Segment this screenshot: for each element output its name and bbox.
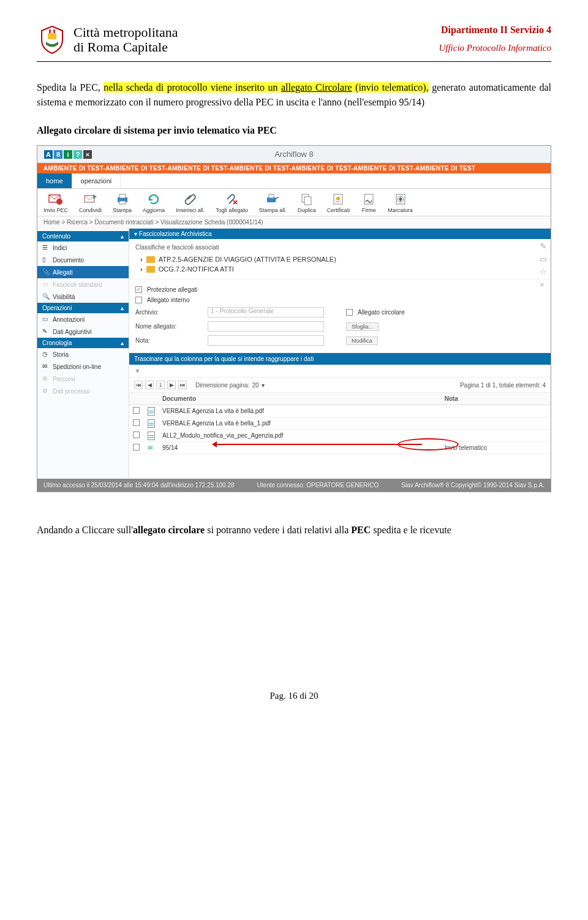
tree-row[interactable]: ›ATP.2.5-AGENZIE DI VIAGGIO (ATTIVITA E … [135, 254, 545, 264]
app-head: A 8 i ? × Archiflow 8 [37, 146, 551, 163]
sidebar-item-storia[interactable]: ◷Storia [37, 348, 129, 360]
row-checkbox[interactable] [133, 407, 140, 414]
svg-rect-0 [48, 33, 56, 39]
gear-icon: ⚙ [42, 375, 50, 382]
tab-operazioni[interactable]: operazioni [72, 173, 121, 188]
closing-paragraph: Andando a Cliccare sull'allegato circola… [37, 523, 551, 538]
table-row[interactable]: VERBALE Agenzia La vita è bella_1.pdf [129, 417, 551, 430]
archivio-select[interactable]: 1 - Protocollo Generale [208, 307, 324, 317]
tool-duplica[interactable]: Duplica [298, 192, 316, 213]
logo-char-8: 8 [54, 150, 62, 159]
tool-togli-allegato[interactable]: Togli allegato [216, 192, 248, 213]
closing-bold-1: allegato circolare [133, 525, 205, 535]
svg-rect-14 [304, 197, 311, 205]
sidebar-item-dati-aggiuntivi[interactable]: ✎Dati Aggiuntivi [37, 325, 129, 338]
search-icon: 🔍 [42, 293, 50, 300]
file-icon [148, 419, 155, 428]
sidebar-item-documento[interactable]: ▯Documento [37, 254, 129, 266]
panel-collapsible-fascicolazione[interactable]: ▾ Fascicolazione Archivistica [129, 229, 551, 239]
main-panel: ▾ Fascicolazione Archivistica Classifich… [129, 229, 551, 479]
checkbox-protezione[interactable] [135, 286, 142, 293]
tab-home[interactable]: home [37, 173, 72, 188]
sidebar-item-annotazioni[interactable]: ▭Annotazioni [37, 313, 129, 325]
status-right: Siav Archiflow® 8 Copyright© 1990-2014 S… [401, 482, 545, 489]
tool-aggiorna[interactable]: Aggiorna [143, 192, 165, 213]
filter-icon[interactable]: ▼ [129, 365, 551, 378]
closing-bold-2: PEC [351, 525, 371, 535]
status-mid: Utente connesso: OPERATORE GENERICO [257, 482, 379, 489]
refresh-icon [146, 192, 162, 206]
sidebar-item-fascicoli: ▭Fascicoli standard [37, 278, 129, 291]
folder-icon: ▭ [42, 316, 50, 323]
send-icon: ✉ [42, 363, 50, 370]
org-line2: di Roma Capitale [74, 40, 178, 55]
sfoglia-button[interactable]: Sfoglia... [346, 322, 379, 331]
annotation-arrow [214, 444, 422, 445]
tool-condividi[interactable]: Condividi [79, 192, 102, 213]
panel-subheader: Classifiche e fascicoli associati [135, 244, 545, 251]
row-checkbox[interactable] [133, 431, 140, 438]
tool-marcatura[interactable]: Marcatura [388, 192, 413, 213]
nome-allegato-input[interactable] [208, 321, 324, 332]
page-size-select[interactable]: 20 [252, 382, 258, 389]
page-number: Pag. 16 di 20 [37, 691, 551, 701]
test-banner: AMBIENTE DI TEST-AMBIENTE DI TEST-AMBIEN… [37, 163, 551, 173]
attach-icon: 📎 [42, 268, 50, 276]
tool-invio-pec[interactable]: Invio PEC [43, 192, 68, 213]
star-icon[interactable]: ☆ [540, 267, 547, 276]
pager-last[interactable]: ⏭ [178, 381, 187, 389]
sidebar-head-operazioni[interactable]: Operazioni▴ [37, 303, 129, 313]
logo-char-a: A [44, 150, 53, 159]
sidebar-item-indici[interactable]: ☰Indici [37, 241, 129, 254]
office-line: Ufficio Protocollo Informatico [439, 43, 551, 53]
folder-icon [146, 266, 155, 273]
pager-next[interactable]: ▶ [167, 381, 176, 389]
svg-rect-2 [53, 29, 55, 33]
table-row[interactable]: ALL2_Modulo_notifica_via_pec_Agenzia.pdf [129, 430, 551, 442]
svg-rect-1 [49, 29, 51, 33]
collapse-icon: ▴ [121, 233, 124, 240]
sidebar-head-cronologia[interactable]: Cronologia▴ [37, 338, 129, 348]
modifica-button[interactable]: Modifica [346, 336, 378, 345]
collapse-icon: ▴ [121, 305, 124, 311]
tree-row[interactable]: ›OCG.7.2-NOTIFICA ATTI [135, 264, 545, 274]
table-row[interactable]: ✉ 95/14 Invio telematico [129, 442, 551, 454]
tool-firme[interactable]: Firme [361, 192, 377, 213]
pager-prev[interactable]: ◀ [145, 381, 154, 389]
close-icon[interactable]: × [540, 280, 547, 289]
checkbox-circolare[interactable] [346, 309, 353, 316]
table-row[interactable]: VERBALE Agenzia La vita è bella.pdf [129, 405, 551, 417]
col-nota[interactable]: Nota [441, 393, 551, 405]
svg-point-4 [56, 199, 62, 205]
nota-input[interactable] [208, 335, 324, 346]
sidebar-head-contenuto[interactable]: Contenuto▴ [37, 231, 129, 241]
row-checkbox[interactable] [133, 444, 140, 450]
paragraph-1: Spedita la PEC, nella scheda di protocol… [37, 80, 551, 110]
paperclip-remove-icon [224, 192, 239, 206]
row-checkbox[interactable] [133, 419, 140, 426]
app-screenshot: A 8 i ? × Archiflow 8 AMBIENTE DI TEST-A… [37, 145, 551, 492]
dept-line: Dipartimento II Servizio 4 [439, 25, 551, 36]
tool-stampa-all[interactable]: Stampa all. [259, 192, 287, 213]
tool-certificati[interactable]: Certificati [327, 192, 350, 213]
svg-rect-8 [119, 201, 126, 204]
sidebar-item-visibilita[interactable]: 🔍Visibilità [37, 291, 129, 303]
tool-inserisci-all[interactable]: Inserisci all. [176, 192, 205, 213]
edit-icon[interactable]: ✎ [540, 241, 547, 251]
sidebar-item-allegati[interactable]: 📎Allegati [37, 266, 129, 278]
duplicate-icon [299, 192, 315, 206]
grid-drag-hint: Trascinare qui la colonna per la quale s… [129, 353, 551, 365]
folder-icon[interactable]: ▭ [540, 254, 547, 264]
panel-form: Protezione allegati Allegato interno Arc… [129, 279, 551, 353]
header-left: Città metropolitana di Roma Capitale [37, 25, 178, 55]
pager-current: 1 [156, 381, 165, 389]
col-documento[interactable]: Documento [159, 393, 441, 405]
tool-stampa[interactable]: Stampa [113, 192, 132, 213]
paperclip-icon [183, 192, 198, 206]
org-name: Città metropolitana di Roma Capitale [74, 25, 178, 55]
pager-first[interactable]: ⏮ [134, 381, 143, 389]
checkbox-interno[interactable] [135, 297, 142, 303]
sidebar-item-spedizioni[interactable]: ✉Spedizioni on-line [37, 360, 129, 373]
svg-rect-12 [269, 194, 274, 198]
file-icon [148, 407, 155, 416]
